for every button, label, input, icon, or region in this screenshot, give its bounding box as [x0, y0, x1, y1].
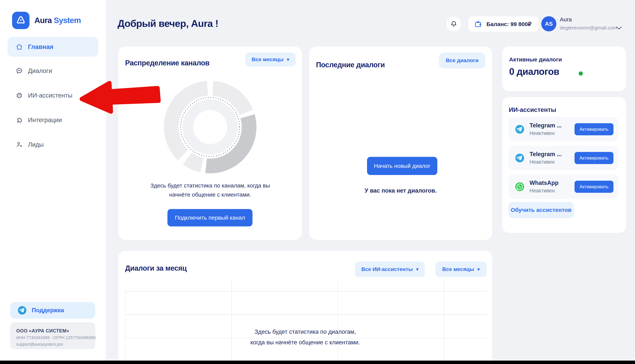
brand-logo: Aura System [12, 12, 81, 29]
sidebar-item-home[interactable]: Главная [8, 37, 98, 57]
balance-button[interactable]: Баланс: 99 800₽ [468, 16, 538, 32]
support-label: Поддержка [32, 307, 64, 314]
sidebar: Aura System Главная Диалоги ИИ-ассистент… [0, 0, 106, 364]
telegram-icon [514, 124, 525, 134]
monthly-dialogs-title: Диалоги за месяц [125, 264, 187, 272]
home-icon [16, 43, 23, 51]
telegram-icon [514, 153, 525, 163]
assistant-row: Telegram ... Неактивен Активировать [508, 146, 619, 170]
puzzle-icon [16, 116, 23, 124]
connect-channel-button[interactable]: Подключить первый канал [168, 209, 252, 226]
company-email: support@aurasystem.pro [16, 342, 95, 347]
channels-donut-chart [164, 80, 257, 174]
assistant-filter-label: Все ИИ-ассистенты [361, 266, 413, 272]
notifications-button[interactable] [446, 17, 461, 31]
sidebar-item-dialogs[interactable]: Диалоги [8, 61, 98, 81]
monthly-dialogs-card: Диалоги за месяц Все ИИ-ассистенты ▾ Все… [118, 250, 492, 364]
sidebar-item-leads[interactable]: Лиды [8, 135, 98, 154]
caret-down-icon: ▾ [478, 267, 480, 272]
annotation-arrow [78, 77, 163, 117]
bell-icon [450, 20, 458, 28]
assistant-status: Неактивен [530, 130, 555, 136]
sidebar-item-label: ИИ-ассистенты [28, 92, 72, 99]
assistant-status: Неактивен [530, 159, 555, 165]
telegram-icon [17, 305, 27, 316]
chat-icon [16, 67, 23, 75]
channels-card-title: Распределение каналов [125, 59, 210, 67]
company-registration: ИНН 7730344399 · ОГРН 1257700496360 [16, 335, 95, 340]
dashboard-page: Aura System Главная Диалоги ИИ-ассистент… [0, 0, 635, 364]
page-title: Добрый вечер, Aura ! [118, 18, 218, 29]
activate-button[interactable]: Активировать [574, 152, 614, 164]
channels-month-filter[interactable]: Все месяцы ▾ [245, 52, 296, 66]
month-filter[interactable]: Все месяцы ▾ [436, 262, 486, 277]
active-dialogs-count: 0 диалогов [509, 66, 559, 77]
chip-icon [16, 92, 23, 99]
screen-edge-bar [0, 360, 635, 364]
activate-button[interactable]: Активировать [574, 123, 614, 135]
dialogs-empty-text: У вас пока нет диалогов. [309, 187, 492, 194]
account-email: degterevsmm@gmail.com [560, 25, 617, 31]
wallet-icon [474, 20, 482, 28]
balance-label: Баланс: 99 800₽ [486, 21, 532, 28]
recent-dialogs-card: Последние диалоги Все диалоги У вас пока… [309, 46, 492, 240]
support-button[interactable]: Поддержка [10, 302, 95, 319]
brand-name: Aura System [34, 16, 81, 25]
assistants-card-title: ИИ-ассистенты [509, 106, 556, 114]
assistants-card: ИИ-ассистенты Telegram ... Неактивен Акт… [502, 97, 626, 233]
monthly-chart-grid [125, 280, 487, 364]
person-plus-icon [16, 141, 23, 148]
train-assistants-button[interactable]: Обучить ассистентов [508, 202, 574, 218]
company-name: ООО «АУРА СИСТЕМ» [16, 328, 95, 334]
sidebar-item-label: Диалоги [28, 67, 52, 74]
company-info: ООО «АУРА СИСТЕМ» ИНН 7730344399 · ОГРН … [10, 322, 95, 349]
all-dialogs-button[interactable]: Все диалоги [439, 52, 485, 68]
caret-down-icon: ▾ [287, 57, 289, 62]
active-dialogs-title: Активные диалоги [509, 56, 562, 63]
channels-month-filter-label: Все месяцы [252, 56, 284, 62]
recent-dialogs-title: Последние диалоги [316, 61, 385, 69]
assistant-name: Telegram ... [530, 122, 562, 129]
assistant-row: WhatsApp Неактивен Активировать [508, 175, 619, 199]
account-name: Aura [560, 16, 572, 23]
assistant-name: WhatsApp [530, 180, 558, 186]
active-dialogs-card: Активные диалоги 0 диалогов [502, 46, 626, 91]
sidebar-item-label: Интеграции [28, 116, 62, 124]
avatar[interactable]: AS [541, 16, 556, 31]
assistant-status: Неактивен [530, 188, 555, 194]
channels-empty-text: Здесь будет статистика по каналам, когда… [118, 181, 302, 199]
assistant-name: Telegram ... [530, 151, 562, 158]
chevron-down-icon[interactable] [616, 26, 622, 30]
whatsapp-icon [514, 182, 525, 192]
new-dialog-button[interactable]: Начать новый диалог [367, 157, 437, 175]
status-dot [579, 72, 583, 76]
sidebar-item-label: Лиды [28, 141, 44, 148]
aura-logo-icon [12, 12, 30, 29]
month-filter-label: Все месяцы [442, 266, 474, 272]
assistant-filter[interactable]: Все ИИ-ассистенты ▾ [355, 262, 425, 277]
monthly-empty-text: Здесь будет статистика по диалогам, когд… [118, 326, 492, 348]
assistant-row: Telegram ... Неактивен Активировать [508, 117, 619, 141]
sidebar-item-label: Главная [28, 43, 53, 50]
activate-button[interactable]: Активировать [574, 181, 614, 193]
channels-card: Распределение каналов Все месяцы ▾ Здесь… [118, 46, 302, 240]
caret-down-icon: ▾ [416, 267, 418, 272]
